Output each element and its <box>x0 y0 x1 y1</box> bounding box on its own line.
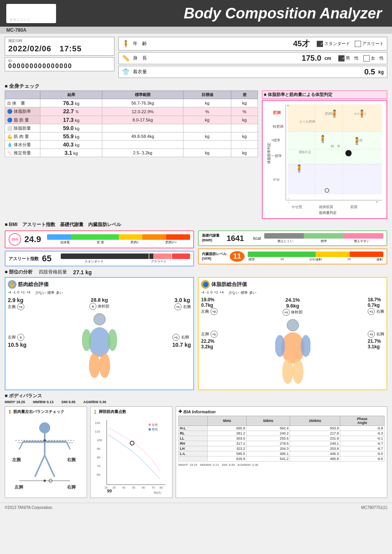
height-icon: 📏 <box>122 54 130 62</box>
zenshin-table-area: 結果 標準範囲 目標値 差 ⚖ 体 重 76.3 kg 56.7-76.3kg … <box>5 91 258 219</box>
bmi-left: BMI 24.9 低体重 普 通 肥満1 肥満2〜 <box>5 230 194 266</box>
svg-text:40: 40 <box>122 486 125 489</box>
female-checkbox-box[interactable] <box>363 55 370 62</box>
ath-label-1: スタンダード <box>85 259 103 264</box>
svg-text:やせ: やせ <box>273 177 280 181</box>
bia-cell-hl-label: H-L <box>179 426 208 431</box>
ath-seg3 <box>172 253 190 259</box>
bia-row-lh: LH 323.2 204.3 253.8 -6.7 <box>179 446 385 451</box>
th-target: 目標値 <box>183 91 231 99</box>
row-weight-result: 76.3 kg <box>40 99 102 107</box>
vfr-seg2 <box>316 252 350 257</box>
bmi-box: BMI 24.9 低体重 普 通 肥満1 肥満2〜 <box>5 230 194 248</box>
fat-left-arm-pct: 19.0% <box>201 297 232 302</box>
svg-text:運動不足: 運動不足 <box>299 150 311 154</box>
bia-th-50khz: 50kHz <box>247 416 290 426</box>
muscle-left-leg-label: 左脚 <box>8 335 16 340</box>
scale-label-many: 多い <box>56 290 63 295</box>
checkbox-standard-area: ✓ スタンダード アスリート <box>317 41 384 47</box>
table-row: 💪 筋 肉 量 55.9 kg 49.8-58.4kg kg kg <box>5 132 258 141</box>
fat-right-leg-pct: 21.7% <box>368 339 384 344</box>
svg-text:🧍: 🧍 <box>352 137 361 145</box>
fat-left-leg-label-row: 左脚 +1 <box>201 331 232 338</box>
fat-right-arm-badge: +1 <box>368 308 375 315</box>
muscle-right-leg-badge: +1 <box>172 334 180 341</box>
bia-cell-ll-5k: 303.0 <box>207 436 246 441</box>
svg-line-57 <box>45 455 54 477</box>
logo-sub: 健康をはかる <box>9 18 53 22</box>
row-muscle-label: 💪 筋 肉 量 <box>5 132 40 141</box>
bia-cell-rh-50k: 278.5 <box>247 441 290 446</box>
bia-cell-rl-50k: 240.2 <box>247 431 290 436</box>
bmr-label-1: 燃えにくい <box>278 239 293 243</box>
svg-point-38 <box>82 329 91 351</box>
muscle-balance-title: 🧍 筋肉量左右バランスチェック <box>7 409 84 415</box>
muscle-right-arm-label-row: +1 右腕 <box>174 303 191 310</box>
leg-score-icon: 🚶 <box>93 410 98 414</box>
bia-mm-bw: MM/BW: 0.13 <box>200 463 219 467</box>
svg-text:右脚: 右脚 <box>67 485 76 489</box>
bmi-gauge-bar <box>47 234 190 240</box>
row-bone-diff: kg <box>231 149 258 157</box>
height-label: 身 長 <box>133 55 156 62</box>
bmi-section: BMI 24.9 低体重 普 通 肥満1 肥満2〜 <box>0 229 392 268</box>
svg-text:100: 100 <box>97 438 102 442</box>
bia-row-rh: RH 317.1 278.5 249.1 -6.7 <box>179 441 385 446</box>
row-bone-std: 2.5- 3.2kg <box>102 149 183 157</box>
svg-text:肥満: 肥満 <box>272 110 281 115</box>
info-left: 測定日時 2022/02/06 17:55 ID 000000000000000 <box>5 37 114 78</box>
bia-cell-hl-5k: 655.9 <box>207 426 246 431</box>
svg-point-46 <box>301 335 310 357</box>
balance-icon: 🧍 <box>7 410 12 414</box>
muscle-panel-header: 💪 筋肉総合評価 <box>8 280 191 289</box>
leg-score-box: 🚶 脚部筋肉量点数 120 110 100 90 80 70 60 20 30 … <box>90 406 172 498</box>
bia-cell-last-50k: 541.2 <box>247 456 290 462</box>
balance-svg: 左腕 右腕 左脚 右脚 <box>7 416 82 494</box>
bia-cell-hl-angle: -6.8 <box>340 426 385 431</box>
row-fatrate-diff: % <box>231 107 258 116</box>
row-lean-label: ⬜ 除脂肪量 <box>5 124 40 132</box>
bia-cell-ll2-250k: 446.3 <box>290 451 340 456</box>
bia-title: BIA Information <box>183 409 216 414</box>
male-checkbox-box[interactable]: ✓ <box>338 55 345 62</box>
muscle-left-leg-val: 10.5 kg <box>8 342 39 348</box>
muscle-scale: -4 -1 0 +1 +4 少ない 標準 多い <box>8 290 191 295</box>
athlete-bar-labels: スタンダード アスリート <box>61 259 190 264</box>
fat-trunk-badge: +1 <box>283 309 290 316</box>
check-table: 結果 標準範囲 目標値 差 ⚖ 体 重 76.3 kg 56.7-76.3kg … <box>5 91 258 157</box>
bia-cell-last-250k: 485.8 <box>290 456 340 462</box>
clothes-value: 0.5 <box>160 67 375 76</box>
row-bone-target: kg <box>183 149 231 157</box>
athlete-bar-area: スタンダード アスリート <box>61 253 190 264</box>
muscle-right-leg-label-row: +1 右脚 <box>172 334 191 341</box>
muscle-balance-box: 🧍 筋肉量左右バランスチェック <box>5 406 87 498</box>
table-row: 🔵 脂 肪 量 17.3 kg 8.0-17.5kg kg kg <box>5 116 258 124</box>
person-icon: 🧍 <box>122 40 130 47</box>
bia-row-ll: LL 303.0 255.6 231.9 -6.1 <box>179 436 385 441</box>
standard-checkbox-box[interactable]: ✓ <box>317 41 323 47</box>
svg-text:細身筋質: 細身筋質 <box>319 205 333 209</box>
table-row: 🦴 推定骨量 3.1 kg 2.5- 3.2kg kg kg <box>5 149 258 157</box>
logo-area: TANITA 健康をはかる <box>6 4 56 23</box>
scale-p4: +4 <box>26 290 30 295</box>
row-lean-target <box>183 124 231 132</box>
row-water-target <box>183 141 231 149</box>
body-type-svg: 体脂肪率判定 肥満 軽肥満 +標準 一標準 やせ やせ型 細身筋質 筋質 <box>264 102 385 216</box>
svg-text:80: 80 <box>97 456 100 459</box>
zenshin-title: 全身チェック <box>0 81 392 91</box>
athlete-checkbox-box[interactable] <box>355 41 361 47</box>
bia-th-angle: PhaseAngle <box>340 416 385 426</box>
muscle-trunk-badge: 0 <box>89 303 96 310</box>
muscle-right-leg-val: 10.7 kg <box>172 342 191 348</box>
athlete-gauge-bar <box>61 253 190 259</box>
skeletal-label: 四肢骨格筋量 <box>39 269 67 275</box>
fat-body-figure: 24.1% 9.6kg +1 体幹部 <box>275 297 310 387</box>
bmi-icon: BMI <box>9 233 21 246</box>
fat-left-leg-label: 左脚 <box>201 331 209 337</box>
bia-cell-hl-250k: 503.9 <box>290 426 340 431</box>
svg-point-48 <box>292 359 303 384</box>
muscle-left-leg-label-row: 左脚 0 <box>8 334 39 341</box>
bia-cell-rh-label: RH <box>179 441 208 446</box>
table-row: 🔵 体脂肪率 22.7 ％ 12.0-22.9% % % <box>5 107 258 116</box>
muscle-left-arm-label-row: 左腕 +1 <box>8 303 39 310</box>
